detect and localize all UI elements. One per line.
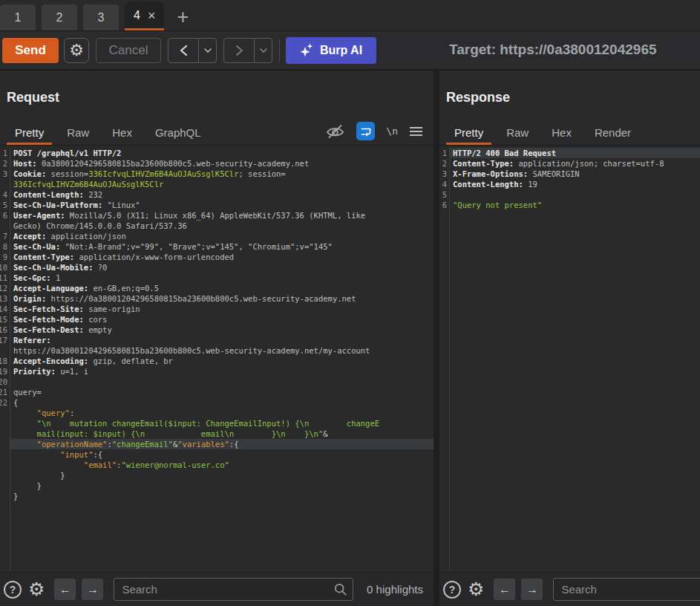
search-magnifier-icon	[334, 583, 347, 596]
next-match-button[interactable]: →	[82, 579, 103, 600]
line-number: 7	[0, 231, 10, 241]
repeater-tab-4-active[interactable]: 4 ×	[125, 2, 164, 30]
request-tab-graphql[interactable]: GraphQL	[147, 126, 209, 145]
response-tab-hex[interactable]: Hex	[543, 126, 580, 145]
help-icon[interactable]: ?	[4, 581, 22, 599]
search-settings-gear-icon[interactable]: ⚙	[28, 580, 45, 599]
code-line: "Query not present"	[450, 200, 700, 210]
line-number: 3	[0, 169, 10, 179]
request-tab-hex[interactable]: Hex	[104, 126, 140, 145]
response-editor[interactable]: 123456 HTTP/2 400 Bad RequestContent-Typ…	[439, 146, 700, 572]
send-button[interactable]: Send	[2, 38, 59, 63]
request-tab-raw[interactable]: Raw	[59, 126, 97, 145]
forward-dropdown-button[interactable]	[254, 39, 272, 62]
line-number: 11	[0, 273, 10, 283]
tab-label: Pretty	[454, 126, 483, 139]
code-line: Content-Type: application/x-www-form-url…	[10, 252, 434, 262]
code-line: User-Agent: Mozilla/5.0 (X11; Linux x86_…	[10, 210, 434, 221]
line-number: 18	[0, 356, 10, 366]
repeater-tab-bar: 1 2 3 4 × +	[0, 0, 700, 31]
line-number: 5	[0, 200, 10, 210]
response-code: HTTP/2 400 Bad RequestContent-Type: appl…	[449, 148, 700, 572]
help-icon[interactable]: ?	[443, 581, 461, 599]
send-settings-gear-button[interactable]: ⚙	[64, 38, 89, 63]
line-number: 4	[439, 179, 449, 189]
gear-icon: ⚙	[69, 41, 84, 59]
chevron-left-icon	[180, 45, 188, 56]
line-number: 2	[0, 158, 10, 169]
chevron-down-icon	[204, 48, 212, 53]
tab-label: 2	[56, 11, 63, 25]
editor-menu-hamburger-icon[interactable]	[409, 126, 423, 137]
repeater-toolbar: Send ⚙ Cancel Burp AI	[0, 31, 700, 71]
hide-nonprintable-eye-slash-icon[interactable]	[325, 123, 345, 139]
close-tab-icon[interactable]: ×	[148, 9, 156, 22]
tab-label: Hex	[112, 126, 132, 139]
code-line: mail(input: $input) {\n email\n }\n }\n"…	[10, 429, 434, 439]
line-number	[0, 449, 10, 460]
line-number: 20	[0, 377, 10, 387]
line-number: 10	[0, 262, 10, 273]
tab-label: Hex	[552, 126, 572, 139]
repeater-tab-1[interactable]: 1	[0, 4, 36, 30]
show-newlines-toggle[interactable]: \n	[386, 126, 398, 137]
cancel-button[interactable]: Cancel	[96, 38, 161, 63]
search-status-bar: ? ⚙ ← → 0 highlights ? ⚙ ← →	[0, 572, 700, 606]
code-line: {	[10, 397, 434, 408]
code-line: }	[10, 480, 434, 491]
line-number: 1	[439, 148, 449, 158]
line-number: 15	[0, 314, 10, 325]
burp-repeater-window: 1 2 3 4 × + Send ⚙ Cancel	[0, 0, 700, 606]
chevron-down-icon	[260, 48, 267, 53]
request-search-bar: ? ⚙ ← → 0 highlights	[0, 573, 434, 606]
code-line	[10, 377, 434, 387]
code-line: Sec-Ch-Ua-Mobile: ?0	[10, 262, 434, 273]
response-tab-pretty[interactable]: Pretty	[446, 126, 491, 145]
previous-match-button[interactable]: ←	[494, 579, 515, 600]
search-settings-gear-icon[interactable]: ⚙	[468, 580, 484, 599]
next-match-button[interactable]: →	[521, 579, 543, 600]
request-search	[114, 578, 353, 601]
response-search-bar: ? ⚙ ← →	[439, 573, 700, 606]
request-view-tabs: Pretty Raw Hex GraphQL	[7, 120, 434, 145]
code-line: Origin: https://0a38001204296580815ba236…	[10, 293, 434, 304]
line-number: 3	[439, 169, 449, 179]
line-number	[0, 408, 10, 418]
request-search-input[interactable]	[114, 578, 353, 601]
response-tab-raw[interactable]: Raw	[498, 126, 537, 145]
request-editor[interactable]: 123 456 7891011121314151617 1819202122 P…	[0, 146, 434, 572]
line-number: 6	[439, 200, 449, 210]
response-line-numbers: 123456	[439, 148, 449, 572]
line-number	[0, 179, 10, 189]
request-editor-controls: \n	[325, 122, 434, 145]
line-number	[0, 460, 10, 470]
response-search-input[interactable]	[553, 578, 700, 601]
panel-divider[interactable]	[434, 71, 439, 572]
code-line: "input":{	[10, 449, 434, 460]
previous-match-button[interactable]: ←	[54, 579, 76, 600]
code-line: Content-Length: 232	[10, 189, 434, 200]
code-line: Host: 0a38001204296580815ba23600b800c5.w…	[10, 158, 434, 169]
burp-ai-button[interactable]: Burp AI	[286, 37, 376, 64]
highlights-count: 0 highlights	[367, 583, 423, 596]
code-line: "email":"wiener@normal-user.co"	[10, 460, 434, 470]
code-line: Sec-Fetch-Site: same-origin	[10, 304, 434, 314]
response-tab-render[interactable]: Render	[586, 126, 639, 145]
tab-label: Render	[595, 126, 631, 139]
forward-button[interactable]	[224, 39, 254, 62]
request-title: Request	[7, 90, 434, 105]
code-line: Content-Length: 19	[450, 179, 700, 189]
back-button[interactable]	[169, 39, 198, 62]
repeater-tab-2[interactable]: 2	[42, 4, 77, 30]
word-wrap-toggle-active[interactable]	[356, 122, 375, 140]
chevron-right-icon	[235, 45, 243, 56]
line-number	[0, 429, 10, 439]
repeater-tab-3[interactable]: 3	[83, 4, 119, 30]
history-back-split-button	[168, 38, 217, 63]
line-number: 12	[0, 283, 10, 293]
add-tab-button[interactable]: +	[170, 4, 195, 30]
back-dropdown-button[interactable]	[198, 39, 216, 62]
request-tab-pretty[interactable]: Pretty	[7, 126, 52, 145]
line-number: 8	[0, 241, 10, 252]
code-line: query=	[10, 387, 434, 397]
